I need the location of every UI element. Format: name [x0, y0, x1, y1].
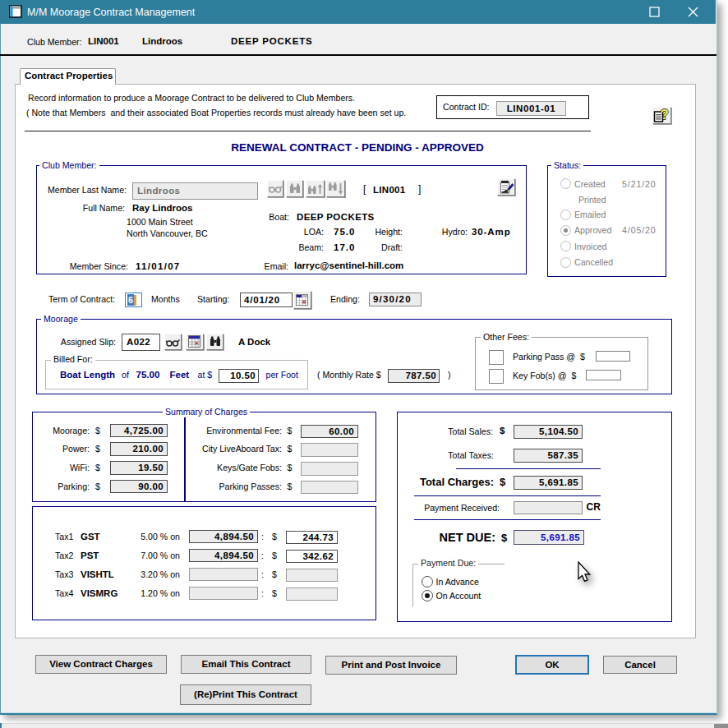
svg-text:?: ? [661, 107, 669, 122]
